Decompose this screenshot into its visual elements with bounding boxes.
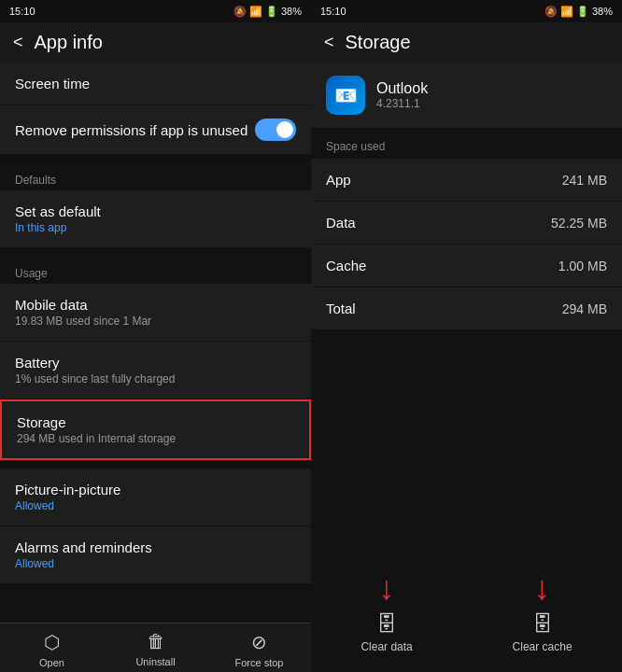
- space-used-label: Space used: [311, 129, 622, 159]
- alarms-subtitle: Allowed: [15, 557, 296, 570]
- open-button[interactable]: ⬡ Open: [0, 631, 104, 668]
- force-stop-label: Force stop: [235, 657, 284, 668]
- remove-permissions-row[interactable]: Remove permissions if app is unused: [0, 105, 311, 154]
- storage-total-label: Total: [326, 301, 356, 316]
- mobile-data-row[interactable]: Mobile data 19.83 MB used since 1 Mar: [0, 284, 311, 341]
- storage-app-row: App 241 MB: [311, 159, 622, 201]
- left-scroll[interactable]: Screen time Remove permissions if app is…: [0, 63, 311, 623]
- storage-data-value: 52.25 MB: [551, 216, 607, 231]
- screen-time-row[interactable]: Screen time: [0, 63, 311, 105]
- open-label: Open: [39, 657, 64, 668]
- uninstall-button[interactable]: 🗑 Uninstall: [104, 631, 207, 668]
- battery-subtitle: 1% used since last fully charged: [15, 372, 296, 385]
- clear-data-button[interactable]: 🗄 Clear data: [360, 612, 412, 653]
- clear-data-col: ↓ 🗄 Clear data: [360, 571, 412, 653]
- storage-cache-label: Cache: [326, 258, 366, 273]
- page-title-left: App info: [35, 32, 103, 53]
- force-stop-button[interactable]: ⊘ Force stop: [207, 631, 311, 668]
- storage-header: < Storage: [311, 22, 622, 63]
- back-button[interactable]: <: [13, 33, 23, 52]
- pip-title: Picture-in-picture: [15, 482, 296, 497]
- clear-cache-arrow: ↓: [534, 571, 551, 605]
- clear-cache-col: ↓ 🗄 Clear cache: [513, 571, 573, 653]
- app-info-row: 📧 Outlook 4.2311.1: [311, 63, 622, 128]
- status-bar-right: 15:10 🔕 📶 🔋 38%: [311, 0, 622, 22]
- set-as-default-row[interactable]: Set as default In this app: [0, 190, 311, 247]
- divider-1: [0, 155, 311, 162]
- divider-2: [0, 248, 311, 256]
- picture-in-picture-row[interactable]: Picture-in-picture Allowed: [0, 469, 311, 525]
- bottom-bar-left: ⬡ Open 🗑 Uninstall ⊘ Force stop: [0, 623, 311, 672]
- app-version: 4.2311.1: [376, 97, 428, 110]
- status-icons-right: 🔕 📶 🔋 38%: [544, 6, 613, 18]
- left-panel: 15:10 🔕 📶 🔋 38% < App info Screen time R…: [0, 0, 311, 672]
- app-name: Outlook: [376, 80, 428, 97]
- clear-buttons-area: ↓ 🗄 Clear data ↓ 🗄 Clear cache: [311, 330, 622, 672]
- defaults-section-label: Defaults: [0, 162, 311, 190]
- open-icon: ⬡: [44, 631, 60, 653]
- pip-subtitle: Allowed: [15, 499, 296, 512]
- status-bar-left: 15:10 🔕 📶 🔋 38%: [0, 0, 311, 22]
- divider-3: [0, 461, 311, 469]
- status-time-right: 15:10: [320, 6, 346, 17]
- app-info-header: < App info: [0, 22, 311, 63]
- force-stop-icon: ⊘: [251, 631, 267, 653]
- storage-app-label: App: [326, 172, 351, 188]
- clear-data-icon: 🗄: [376, 612, 397, 637]
- storage-data-label: Data: [326, 215, 356, 231]
- battery-title: Battery: [15, 355, 296, 371]
- screen-time-title: Screen time: [15, 76, 296, 91]
- right-panel: 15:10 🔕 📶 🔋 38% < Storage 📧 Outlook 4.23…: [311, 0, 622, 672]
- set-as-default-title: Set as default: [15, 203, 296, 219]
- remove-permissions-title: Remove permissions if app is unused: [15, 122, 255, 138]
- page-title-right: Storage: [346, 32, 411, 53]
- app-icon: 📧: [326, 76, 365, 115]
- status-time-left: 15:10: [9, 6, 35, 17]
- status-icons-left: 🔕 📶 🔋 38%: [233, 6, 302, 18]
- storage-cache-row: Cache 1.00 MB: [311, 245, 622, 287]
- alarms-title: Alarms and reminders: [15, 539, 296, 555]
- storage-app-value: 241 MB: [562, 173, 607, 188]
- mobile-data-subtitle: 19.83 MB used since 1 Mar: [15, 315, 296, 328]
- mobile-data-title: Mobile data: [15, 297, 296, 313]
- uninstall-label: Uninstall: [135, 656, 175, 667]
- clear-data-arrow: ↓: [378, 571, 395, 605]
- clear-cache-button[interactable]: 🗄 Clear cache: [513, 612, 573, 653]
- storage-row[interactable]: Storage 294 MB used in Internal storage: [0, 399, 311, 460]
- battery-row[interactable]: Battery 1% used since last fully charged: [0, 342, 311, 399]
- remove-permissions-toggle[interactable]: [255, 119, 296, 141]
- uninstall-icon: 🗑: [147, 631, 165, 652]
- alarms-row[interactable]: Alarms and reminders Allowed: [0, 526, 311, 583]
- storage-title: Storage: [17, 414, 294, 430]
- clear-cache-icon: 🗄: [532, 612, 553, 637]
- usage-section-label: Usage: [0, 256, 311, 284]
- storage-data-row: Data 52.25 MB: [311, 202, 622, 244]
- set-as-default-subtitle: In this app: [15, 221, 296, 234]
- storage-total-value: 294 MB: [562, 301, 607, 316]
- clear-data-label: Clear data: [360, 640, 412, 653]
- back-button-right[interactable]: <: [324, 33, 334, 52]
- clear-cache-label: Clear cache: [513, 640, 573, 653]
- storage-subtitle: 294 MB used in Internal storage: [17, 432, 294, 445]
- storage-total-row: Total 294 MB: [311, 287, 622, 329]
- storage-cache-value: 1.00 MB: [558, 259, 607, 273]
